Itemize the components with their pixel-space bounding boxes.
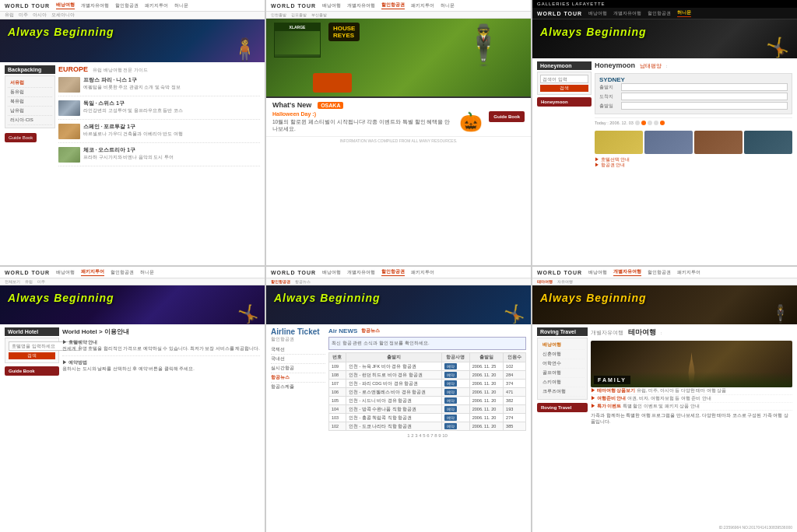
cat-ski[interactable]: 스키여행 — [540, 378, 585, 387]
book-btn-1[interactable]: 예약 — [444, 372, 457, 378]
guide-book-3[interactable]: Honeymoon — [537, 97, 592, 107]
nav3-airline[interactable]: 할인항공권 — [648, 10, 671, 17]
nav4-backpacking[interactable]: 배낭여행 — [56, 269, 75, 276]
book-btn-2[interactable]: 예약 — [444, 380, 457, 387]
form-input-2[interactable] — [621, 93, 788, 100]
hotel-photo-3[interactable] — [694, 131, 743, 154]
cat-backpack[interactable]: 배낭여행 — [540, 341, 585, 350]
guide-book-6[interactable]: Roving Travel — [537, 403, 588, 412]
menu-south-europe[interactable]: 남유럽 — [8, 107, 52, 116]
sub4-a[interactable]: 전체보기 — [5, 279, 20, 284]
slogan-4: Always Beginning — [8, 292, 114, 304]
list-title-4[interactable]: 체코 · 오스트리아 1구 — [83, 147, 260, 154]
main-grid: WORLD TOUR 배낭여행 개별자유여행 할인항공권 패키지투어 허니문 유… — [0, 0, 797, 532]
table-row: 107 인천 - 파리 CDG 비아 경유 항공권 예약 2006. 11. 2… — [329, 380, 526, 388]
nav-individual[interactable]: 개별자유여행 — [81, 2, 109, 9]
sub5-b[interactable]: 항공뉴스 — [295, 279, 311, 284]
nav-airline[interactable]: 할인항공권 — [115, 2, 139, 9]
nav-package[interactable]: 패키지투어 — [145, 2, 168, 9]
street-car — [313, 73, 352, 93]
menu-domestic[interactable]: 국내선 — [271, 355, 325, 364]
nav6-backpacking[interactable]: 배낭여행 — [588, 269, 607, 276]
book-btn-5[interactable]: 예약 — [444, 406, 457, 412]
nav5-individual[interactable]: 개별자유여행 — [347, 269, 375, 276]
list-title-3[interactable]: 스페인 · 포르투갈 1구 — [83, 124, 260, 131]
roving-link-0[interactable]: ▶ 테마여행 상품보기 유럽, 미주, 아시아 등 다양한 테마 여행 상품 — [591, 387, 792, 395]
menu-europe[interactable]: 서유럽 — [8, 79, 52, 88]
nav6-package[interactable]: 패키지투어 — [677, 269, 700, 276]
menu-north-europe[interactable]: 북유럽 — [8, 97, 52, 107]
nav3-individual[interactable]: 개별자유여행 — [613, 10, 641, 17]
hotel-photo-2[interactable] — [644, 131, 693, 154]
sub4-c[interactable]: 미주 — [37, 279, 45, 284]
roving-link-2[interactable]: ▶ 특가 이벤트 특별 할인 이벤트 및 패키지 상품 안내 — [591, 403, 792, 411]
search-input-3[interactable] — [540, 75, 588, 83]
sub-oceania[interactable]: 오세아니아 — [51, 12, 75, 18]
sub2-b[interactable]: 김포출발 — [291, 12, 307, 17]
nav4-airline[interactable]: 할인항공권 — [111, 269, 134, 276]
nav-honeymoon[interactable]: 허니문 — [174, 2, 188, 9]
nav-backpacking[interactable]: 배낭여행 — [56, 2, 75, 9]
nav6-airline[interactable]: 할인항공권 — [648, 269, 671, 276]
sub6-a[interactable]: 테마여행 — [537, 279, 553, 284]
nav4-honeymoon[interactable]: 허니문 — [140, 269, 154, 276]
sub2-a[interactable]: 인천출발 — [271, 12, 286, 17]
menu-charter[interactable]: 실시간항공 — [271, 364, 325, 373]
travel-info-link[interactable]: ▶ 항공권 안내 — [595, 163, 792, 168]
book-btn-4[interactable]: 예약 — [444, 397, 457, 404]
nav5-airline[interactable]: 할인항공권 — [381, 268, 405, 276]
guide-book-1[interactable]: Guide Book — [5, 133, 37, 142]
today-text: Today : 2006. 12. 03 — [595, 121, 634, 125]
th-num: 번호 — [329, 353, 346, 362]
cat-cruise[interactable]: 크루즈여행 — [540, 387, 585, 397]
nav5-backpacking[interactable]: 배낭여행 — [322, 269, 341, 276]
menu-intl[interactable]: 국제선 — [271, 345, 325, 355]
list-title-1[interactable]: 프랑스 파리 · 니스 1구 — [83, 77, 260, 84]
book-btn-0[interactable]: 예약 — [444, 363, 457, 369]
sub5-a[interactable]: 할인항공권 — [271, 279, 290, 284]
menu-russia[interactable]: 러시아·CIS — [8, 116, 52, 125]
nav2-airline[interactable]: 할인항공권 — [381, 2, 405, 9]
menu-schedule[interactable]: 항공스케줄 — [271, 383, 325, 391]
whats-new-title: What's New — [272, 101, 311, 109]
sub-america[interactable]: 미주 — [19, 12, 28, 18]
nav6-individual[interactable]: 개별자유여행 — [613, 268, 641, 276]
sub-asia[interactable]: 아시아 — [33, 12, 47, 18]
td-count: 102 — [504, 362, 526, 371]
list-content-2: 독일 · 스위스 1구 라인강변의 고성투어 및 융프라우요흐 등반 코스 — [83, 100, 260, 114]
form-input-3[interactable] — [621, 102, 788, 110]
sub6-b[interactable]: 자유여행 — [557, 279, 573, 284]
cat-study[interactable]: 어학연수 — [540, 359, 585, 369]
book-btn-3[interactable]: 예약 — [444, 389, 457, 395]
list-title-2[interactable]: 독일 · 스위스 1구 — [83, 100, 260, 107]
nav5-package[interactable]: 패키지투어 — [411, 269, 434, 276]
nav2-individual[interactable]: 개별자유여행 — [347, 2, 375, 9]
menu-east-europe[interactable]: 동유럽 — [8, 88, 52, 97]
cat-golf[interactable]: 골프여행 — [540, 369, 585, 378]
book-btn-7[interactable]: 예약 — [444, 423, 457, 429]
nav2-package[interactable]: 패키지투어 — [411, 2, 434, 9]
hotel-info-link[interactable]: ▶ 호텔선택 안내 — [595, 157, 792, 163]
book-btn-6[interactable]: 예약 — [444, 415, 457, 421]
form-input-1[interactable] — [621, 83, 788, 91]
cat-honeymoon[interactable]: 신혼여행 — [540, 350, 585, 359]
td-date: 2006. 11. 20 — [469, 388, 503, 397]
hotel-photo-4[interactable] — [744, 131, 792, 154]
guide-book-2[interactable]: Guide Book — [489, 111, 525, 122]
nav4-package[interactable]: 패키지투어 — [81, 268, 104, 276]
sub-europe[interactable]: 유럽 — [5, 12, 14, 18]
nav3-backpacking[interactable]: 배낭여행 — [588, 10, 607, 17]
sub4-b[interactable]: 유럽 — [25, 279, 33, 284]
search-btn-3[interactable]: 검색 — [540, 85, 588, 92]
nav2-honeymoon[interactable]: 허니문 — [441, 2, 455, 9]
nav2-backpacking[interactable]: 배낭여행 — [322, 2, 341, 9]
pagination[interactable]: 1 2 3 4 5 6 7 8 9 10 — [328, 431, 526, 440]
guide-book-4[interactable]: Guide Book — [5, 366, 59, 376]
menu-news[interactable]: 항공뉴스 — [271, 373, 325, 383]
sub2-c[interactable]: 부산출발 — [311, 12, 327, 17]
thumb-castle — [58, 100, 80, 116]
hotel-search-btn[interactable]: 검색 — [9, 352, 55, 359]
hotel-photo-1[interactable] — [595, 131, 643, 154]
nav3-honeymoon[interactable]: 허니문 — [677, 9, 691, 17]
roving-link-1[interactable]: ▶ 여행준비 안내 여권, 비자, 여행자보험 등 여행 준비 안내 — [591, 395, 792, 403]
